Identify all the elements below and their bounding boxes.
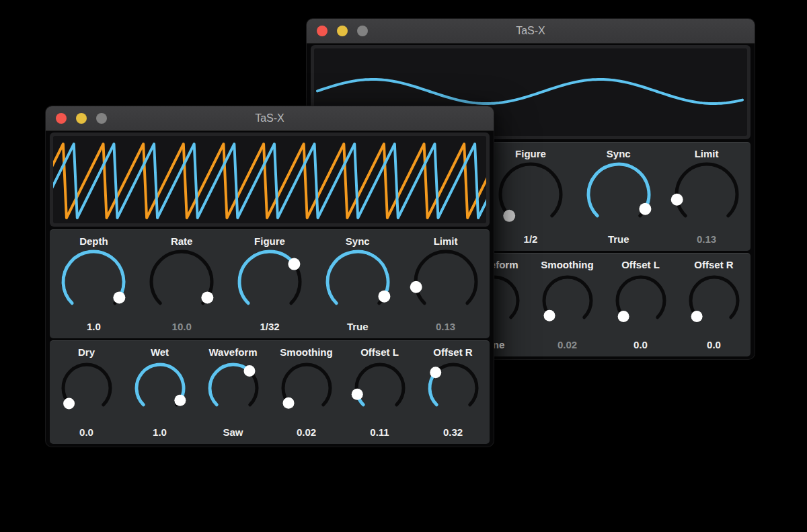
waveform-display xyxy=(50,132,490,227)
knob-value: 0.02 xyxy=(270,426,343,438)
knob-smoothing[interactable]: Smoothing0.02 xyxy=(270,341,343,444)
knob-arc xyxy=(422,357,484,419)
knob-label: Offset R xyxy=(677,259,751,270)
knob-row-1: Depth1.0Rate10.0Figure1/32SyncTrueLimit0… xyxy=(50,229,490,338)
knob-depth[interactable]: Depth1.0 xyxy=(50,230,138,338)
knob-limit[interactable]: Limit0.13 xyxy=(662,143,751,251)
knob-sync[interactable]: SyncTrue xyxy=(313,230,401,338)
knob-waveform[interactable]: WaveformSaw xyxy=(196,341,270,444)
knob-arc xyxy=(494,157,568,231)
knob-arc xyxy=(276,357,338,419)
knob-offset-l[interactable]: Offset L0.11 xyxy=(343,341,416,444)
knob-label: Offset L xyxy=(604,259,677,270)
knob-arc xyxy=(129,357,191,419)
knob-label: Offset L xyxy=(343,346,416,358)
knob-arc xyxy=(683,270,745,332)
knob-arc xyxy=(409,245,483,319)
knob-value: 0.13 xyxy=(401,321,490,332)
window-title: TaS-X xyxy=(46,106,494,130)
window-title: TaS-X xyxy=(307,19,755,42)
knob-sync[interactable]: SyncTrue xyxy=(574,143,662,251)
knob-value: True xyxy=(574,233,662,245)
knob-value: 10.0 xyxy=(138,321,226,332)
knob-figure[interactable]: Figure1/2 xyxy=(487,143,575,251)
knob-dry[interactable]: Dry0.0 xyxy=(50,341,123,444)
knob-value: 0.11 xyxy=(343,426,416,438)
knob-offset-r[interactable]: Offset R0.32 xyxy=(416,341,490,444)
knob-offset-r[interactable]: Offset R0.0 xyxy=(677,254,751,356)
knob-arc xyxy=(145,245,219,319)
knob-arc xyxy=(349,357,411,419)
blue-saw xyxy=(53,144,486,218)
knob-limit[interactable]: Limit0.13 xyxy=(401,230,490,338)
titlebar[interactable]: TaS-X xyxy=(46,106,494,131)
knob-arc xyxy=(56,245,130,319)
knob-value: 0.13 xyxy=(662,233,751,245)
knob-offset-l[interactable]: Offset L0.0 xyxy=(604,254,677,356)
knob-arc xyxy=(233,245,307,319)
knob-arc xyxy=(537,270,599,332)
knob-row-2: Dry0.0Wet1.0WaveformSawSmoothing0.02Offs… xyxy=(50,340,490,444)
knob-value: 1.0 xyxy=(123,426,196,438)
knob-label: Wet xyxy=(123,346,196,358)
sawtooth-waves xyxy=(53,136,486,223)
knob-value: True xyxy=(313,321,401,332)
knob-arc xyxy=(56,357,118,419)
knob-value: 0.0 xyxy=(50,426,123,438)
desktop: { "colors": { "accent_blue": "#5ec4f0", … xyxy=(0,0,807,532)
knob-smoothing[interactable]: Smoothing0.02 xyxy=(531,254,604,356)
knob-value: 0.32 xyxy=(416,426,490,438)
knob-arc xyxy=(202,357,264,419)
knob-label: Waveform xyxy=(196,346,270,358)
knob-value: 0.02 xyxy=(531,339,604,350)
knob-label: Smoothing xyxy=(270,346,343,358)
knob-figure[interactable]: Figure1/32 xyxy=(226,230,314,338)
knob-value: 1/2 xyxy=(487,233,575,245)
knob-value: 1.0 xyxy=(50,321,138,332)
knob-label: Dry xyxy=(50,346,123,358)
knob-arc xyxy=(610,270,672,332)
front-window: TaS-XDepth1.0Rate10.0Figure1/32SyncTrueL… xyxy=(45,106,494,447)
knob-value: 0.0 xyxy=(677,339,751,350)
knob-rate[interactable]: Rate10.0 xyxy=(138,230,226,338)
titlebar[interactable]: TaS-X xyxy=(307,19,755,44)
knob-label: Smoothing xyxy=(531,259,604,270)
knob-value: Saw xyxy=(196,426,270,438)
knob-value: 0.0 xyxy=(604,339,677,350)
knob-arc xyxy=(670,157,744,231)
waveform-display-inner xyxy=(53,136,486,223)
knob-label: Offset R xyxy=(416,346,490,358)
knob-wet[interactable]: Wet1.0 xyxy=(123,341,196,444)
knob-arc xyxy=(582,157,656,231)
knob-arc xyxy=(321,245,395,319)
knob-value: 1/32 xyxy=(226,321,314,332)
